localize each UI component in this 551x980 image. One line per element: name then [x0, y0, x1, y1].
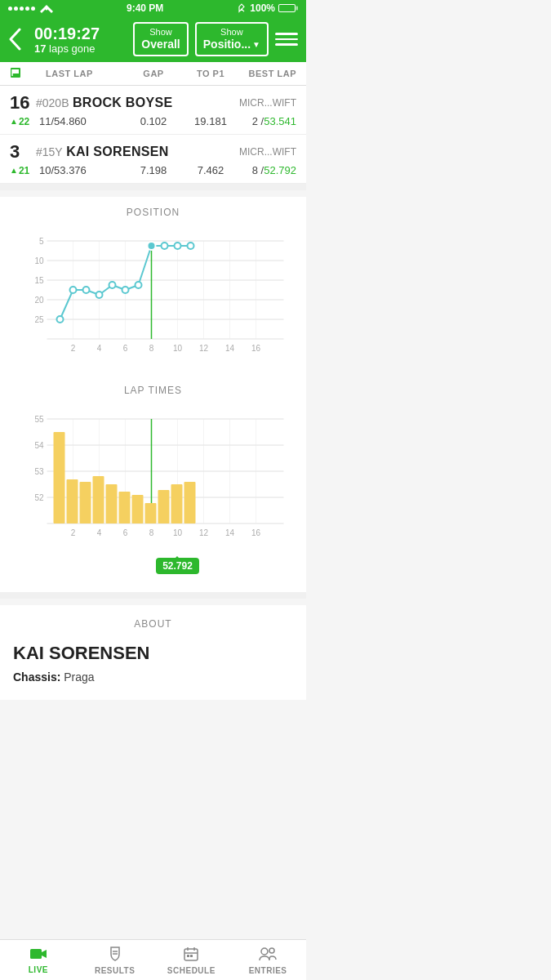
svg-point-39 — [109, 282, 116, 288]
col-last-lap: LAST LAP — [46, 69, 125, 78]
svg-rect-78 — [132, 495, 144, 523]
about-section: ABOUT KAI SORENSEN Chassis: Praga — [0, 605, 306, 700]
position-chart-svg: 5 10 15 20 25 2 4 6 8 10 12 14 16 — [7, 225, 300, 355]
svg-point-41 — [136, 282, 142, 288]
svg-text:16: 16 — [251, 344, 261, 353]
show-overall-button[interactable]: Show Overall — [133, 22, 188, 56]
svg-text:25: 25 — [34, 315, 44, 324]
svg-rect-81 — [171, 484, 183, 523]
svg-point-44 — [175, 243, 181, 249]
driver-1-number: #020B — [36, 96, 69, 109]
driver-1-gap: 0.102 — [125, 115, 182, 127]
driver-2-number: #15Y — [36, 145, 63, 158]
column-headers: LAST LAP GAP TO P1 BEST LAP — [0, 62, 306, 86]
svg-point-35 — [57, 316, 64, 323]
svg-point-45 — [188, 243, 194, 249]
svg-text:14: 14 — [225, 528, 235, 537]
driver-2-position: 3 — [10, 141, 33, 163]
driver-1-position: 16 — [10, 92, 33, 114]
driver-card-2: 3 #15Y KAI SORENSEN MICR...WIFT 21 10/53… — [0, 135, 306, 184]
svg-text:15: 15 — [34, 276, 44, 285]
svg-rect-3 — [279, 5, 295, 11]
laps-gone: 17 laps gone — [34, 42, 127, 55]
svg-rect-75 — [93, 476, 104, 523]
lap-times-chart-title: LAP TIMES — [7, 385, 300, 396]
chart-tooltip-wrapper: 52.792 — [7, 555, 300, 574]
driver-1-to-p1: 19.181 — [182, 115, 239, 127]
driver-2-best-lap: 8 /52.792 — [239, 164, 296, 176]
driver-1-pos-change: 22 — [10, 116, 39, 127]
svg-point-37 — [83, 287, 90, 293]
svg-point-40 — [122, 287, 129, 293]
driver-2-pos-change: 21 — [10, 165, 39, 176]
show-position-button[interactable]: Show Positio... ▼ — [195, 22, 269, 56]
svg-text:54: 54 — [34, 441, 44, 450]
app-header: 00:19:27 17 laps gone Show Overall Show … — [0, 16, 306, 62]
status-time: 9:40 PM — [127, 2, 163, 14]
svg-text:52: 52 — [34, 493, 44, 502]
svg-text:55: 55 — [34, 415, 44, 424]
svg-rect-82 — [184, 482, 196, 523]
charts-section: POSITION 5 10 — [0, 197, 306, 592]
driver-2-gap: 7.198 — [125, 164, 182, 176]
svg-text:10: 10 — [173, 344, 183, 353]
back-button[interactable] — [8, 28, 28, 51]
position-chart-title: POSITION — [7, 207, 300, 218]
bluetooth-icon — [237, 3, 247, 13]
svg-rect-73 — [67, 479, 78, 523]
menu-button[interactable] — [275, 33, 298, 46]
svg-text:8: 8 — [149, 344, 154, 353]
svg-text:2: 2 — [71, 528, 76, 537]
timer-display: 00:19:27 — [34, 24, 127, 42]
lap-times-svg: 55 54 53 52 2 4 6 8 10 12 14 16 — [7, 403, 300, 550]
svg-point-0 — [46, 8, 48, 11]
battery-percent: 100% — [250, 2, 275, 14]
svg-point-38 — [96, 292, 103, 298]
chart-tooltip: 52.792 — [156, 558, 199, 574]
svg-text:4: 4 — [97, 528, 102, 537]
driver-card-1: 16 #020B BROCK BOYSE MICR...WIFT 22 11/5… — [0, 86, 306, 135]
svg-rect-79 — [145, 503, 157, 523]
svg-rect-77 — [119, 492, 131, 523]
driver-2-last-lap: 10/53.376 — [39, 164, 125, 176]
driver-1-name: BROCK BOYSE — [73, 96, 172, 109]
flag-icon — [10, 67, 26, 80]
svg-text:10: 10 — [34, 256, 44, 265]
svg-marker-5 — [12, 69, 19, 74]
svg-rect-72 — [54, 432, 65, 523]
driver-1-team: MICR...WIFT — [239, 97, 296, 109]
svg-text:20: 20 — [34, 296, 44, 305]
about-driver-name: KAI SORENSEN — [13, 643, 293, 664]
dropdown-arrow: ▼ — [252, 40, 260, 50]
signal-area — [8, 3, 53, 13]
lap-times-chart: 55 54 53 52 2 4 6 8 10 12 14 16 — [7, 403, 300, 582]
status-right: 100% — [237, 2, 298, 14]
col-to-p1: TO P1 — [182, 69, 239, 78]
svg-rect-2 — [296, 7, 299, 11]
svg-text:14: 14 — [225, 344, 235, 353]
svg-rect-74 — [80, 482, 91, 523]
svg-text:10: 10 — [173, 528, 183, 537]
driver-1-last-lap: 11/54.860 — [39, 115, 125, 127]
status-bar: 9:40 PM 100% — [0, 0, 306, 16]
driver-2-name: KAI SORENSEN — [66, 145, 168, 158]
svg-rect-80 — [158, 490, 170, 523]
position-chart: 5 10 15 20 25 2 4 6 8 10 12 14 16 — [7, 225, 300, 372]
svg-text:6: 6 — [123, 344, 128, 353]
battery-icon — [278, 3, 298, 13]
svg-point-43 — [162, 243, 168, 249]
svg-point-42 — [148, 242, 156, 250]
svg-text:5: 5 — [39, 237, 44, 246]
driver-2-team: MICR...WIFT — [239, 146, 296, 158]
col-best-lap: BEST LAP — [239, 69, 296, 78]
svg-text:4: 4 — [97, 344, 102, 353]
race-timer: 00:19:27 17 laps gone — [34, 24, 127, 55]
svg-text:16: 16 — [251, 528, 261, 537]
svg-text:53: 53 — [34, 467, 44, 476]
svg-text:12: 12 — [199, 344, 209, 353]
svg-text:8: 8 — [149, 528, 154, 537]
driver-1-best-lap: 2 /53.541 — [239, 115, 296, 127]
driver-2-to-p1: 7.462 — [182, 164, 239, 176]
about-section-title: ABOUT — [13, 618, 293, 630]
svg-text:6: 6 — [123, 528, 128, 537]
